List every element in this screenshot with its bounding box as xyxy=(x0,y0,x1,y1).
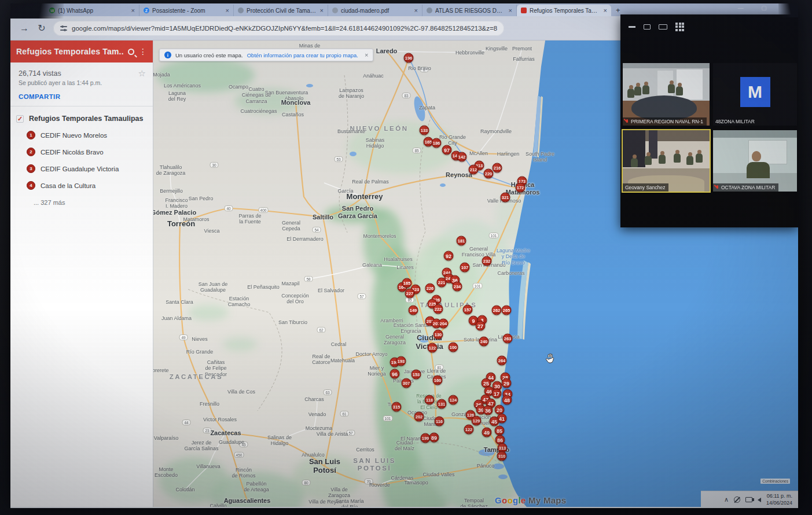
legend-more-link[interactable]: ... 327 más xyxy=(34,199,147,206)
new-tab-button[interactable]: + xyxy=(616,6,620,14)
shelter-marker[interactable]: 131 xyxy=(437,399,447,409)
tab-close-icon[interactable]: × xyxy=(131,7,135,14)
banner-close-icon[interactable]: × xyxy=(365,52,368,58)
browser-tab[interactable]: ZPosasistente - Zoom× xyxy=(139,5,234,16)
zoom-participant-tile[interactable]: M48ZONA MILITAR xyxy=(713,63,797,126)
shelter-marker[interactable]: 17 xyxy=(492,389,502,399)
shelter-marker[interactable]: 122 xyxy=(464,425,474,435)
shelter-marker[interactable]: 222 xyxy=(433,304,443,314)
shelter-marker[interactable]: 226 xyxy=(425,284,435,293)
layer-checkbox[interactable]: ✓ xyxy=(16,115,24,123)
banner-link[interactable]: Obtén información para crear tu propio m… xyxy=(247,52,358,58)
shelter-marker[interactable]: 202 xyxy=(414,412,424,422)
url-text[interactable]: google.com/maps/d/viewer?mid=1A5MUqEfJDR… xyxy=(72,25,497,32)
shelter-marker[interactable]: 133 xyxy=(420,126,429,135)
shelter-marker[interactable]: 97 xyxy=(442,145,452,155)
shelter-marker[interactable]: 165 xyxy=(402,278,412,288)
tab-close-icon[interactable]: × xyxy=(226,7,229,14)
legend-item[interactable]: 4Casa de la Cultura xyxy=(27,181,147,190)
window-controls[interactable]: — ▢ xyxy=(738,5,775,11)
shelter-marker[interactable]: 89 xyxy=(429,433,439,443)
shelter-marker[interactable]: 227 xyxy=(405,289,415,299)
legend-item[interactable]: 2CEDIF Nicolás Bravo xyxy=(27,148,147,156)
keyboard-shortcuts-label[interactable]: Combinaciones xyxy=(760,479,790,484)
shelter-marker[interactable]: 212 xyxy=(469,165,479,175)
network-offline-icon[interactable] xyxy=(734,496,740,503)
shelter-marker[interactable]: 130 xyxy=(433,330,443,340)
shelter-marker[interactable]: 36 xyxy=(483,406,493,415)
window-view-icon[interactable] xyxy=(659,24,667,30)
site-settings-icon[interactable] xyxy=(60,25,67,31)
browser-tab[interactable]: Protección Civil de Tamaulipas× xyxy=(234,5,328,16)
shelter-marker[interactable]: 220 xyxy=(484,169,494,179)
shelter-marker[interactable]: 263 xyxy=(503,334,513,344)
shelter-marker[interactable]: 96 xyxy=(390,369,400,379)
shelter-marker[interactable]: 234 xyxy=(453,282,462,292)
shelter-marker[interactable]: 193 xyxy=(396,356,406,366)
reload-button[interactable]: ↻ xyxy=(36,23,47,34)
search-icon[interactable] xyxy=(128,49,134,55)
zoom-meeting-window[interactable]: PRIMERA REGION NAVAL RN-1M48ZONA MILITAR… xyxy=(620,14,798,227)
tab-close-icon[interactable]: × xyxy=(604,7,607,14)
shelter-marker[interactable]: 172 xyxy=(516,183,526,193)
shelter-marker[interactable]: 262 xyxy=(492,306,502,315)
tab-close-icon[interactable]: × xyxy=(509,7,512,14)
shelter-marker[interactable]: 264 xyxy=(497,356,507,366)
minimize-icon[interactable] xyxy=(629,26,635,28)
address-bar[interactable]: google.com/maps/d/viewer?mid=1A5MUqEfJDR… xyxy=(53,21,504,36)
shelter-marker[interactable]: 49 xyxy=(482,428,492,437)
shelter-marker[interactable]: 27 xyxy=(476,321,486,331)
shelter-marker[interactable]: 116 xyxy=(435,417,444,426)
shelter-marker[interactable]: 186 xyxy=(432,138,442,148)
speaker-view-icon[interactable] xyxy=(644,24,651,30)
shelter-marker[interactable]: 85 xyxy=(495,426,505,436)
speaker-icon[interactable] xyxy=(758,498,761,502)
legend-item[interactable]: 1CEDIF Nuevo Morelos xyxy=(27,131,147,139)
shelter-marker[interactable]: 307 xyxy=(402,378,411,388)
forward-button[interactable]: → xyxy=(19,23,30,34)
shelter-marker[interactable]: 107 xyxy=(460,263,470,273)
shelter-marker[interactable]: 321 xyxy=(501,193,510,203)
shelter-marker[interactable]: 45 xyxy=(490,417,499,426)
shelter-marker[interactable]: 160 xyxy=(433,376,443,385)
zoom-participant-tile[interactable]: Geovany Sanchez xyxy=(623,130,710,192)
browser-tab[interactable]: Refugios Temporales Tamaulip× xyxy=(517,5,611,16)
tray-chevron-icon[interactable]: ∧ xyxy=(724,496,729,503)
shelter-marker[interactable]: 157 xyxy=(463,305,473,315)
zoom-participant-tile[interactable]: OCTAVA ZONA MILITAR xyxy=(713,130,797,192)
shelter-marker[interactable]: 315 xyxy=(392,402,402,412)
browser-tab[interactable]: ATLAS DE RIESGOS DEL ESTAD× xyxy=(422,5,517,16)
shelter-marker[interactable]: 240 xyxy=(479,337,489,347)
system-clock[interactable]: 06:11 p. m. 14/06/2024 xyxy=(766,493,792,506)
shelter-marker[interactable]: 100 xyxy=(449,343,458,352)
shelter-marker[interactable]: 204 xyxy=(439,319,449,329)
display-icon[interactable] xyxy=(745,497,752,502)
shelter-marker[interactable]: 122 xyxy=(428,343,438,353)
shelter-marker[interactable]: 310 xyxy=(497,451,507,461)
tab-close-icon[interactable]: × xyxy=(414,7,418,14)
shelter-marker[interactable]: 265 xyxy=(502,306,512,315)
shelter-marker[interactable]: 216 xyxy=(493,163,502,173)
shelter-marker[interactable]: 181 xyxy=(457,236,466,246)
gallery-view-icon[interactable] xyxy=(675,23,684,31)
legend-item[interactable]: 3CEDIF Guadalupe Victoria xyxy=(27,164,147,173)
shelter-marker[interactable]: 92 xyxy=(444,251,454,261)
shelter-marker[interactable]: 196 xyxy=(404,53,414,63)
shelter-marker[interactable]: 142 xyxy=(457,152,467,162)
shelter-marker[interactable]: 48 xyxy=(502,395,512,405)
share-button[interactable]: COMPARTIR xyxy=(19,93,145,100)
shelter-marker[interactable]: 129 xyxy=(472,416,482,426)
zoom-participant-tile[interactable]: PRIMERA REGION NAVAL RN-1 xyxy=(623,63,710,126)
shelter-marker[interactable]: 118 xyxy=(425,395,435,405)
tab-close-icon[interactable]: × xyxy=(320,7,324,14)
shelter-marker[interactable]: 221 xyxy=(437,278,447,288)
shelter-marker[interactable]: 29 xyxy=(502,378,512,388)
shelter-marker[interactable]: 124 xyxy=(449,395,458,405)
star-icon[interactable]: ☆ xyxy=(138,68,146,79)
layer-title[interactable]: Refugios Temporales Tamaulipas xyxy=(29,115,144,123)
menu-icon[interactable]: ⋮ xyxy=(139,47,147,56)
shelter-marker[interactable]: 232 xyxy=(482,256,492,266)
shelter-marker[interactable]: 149 xyxy=(409,306,418,315)
browser-tab[interactable]: ciudad-madero.pdf× xyxy=(328,5,422,16)
shelter-marker[interactable]: 153 xyxy=(411,370,421,380)
